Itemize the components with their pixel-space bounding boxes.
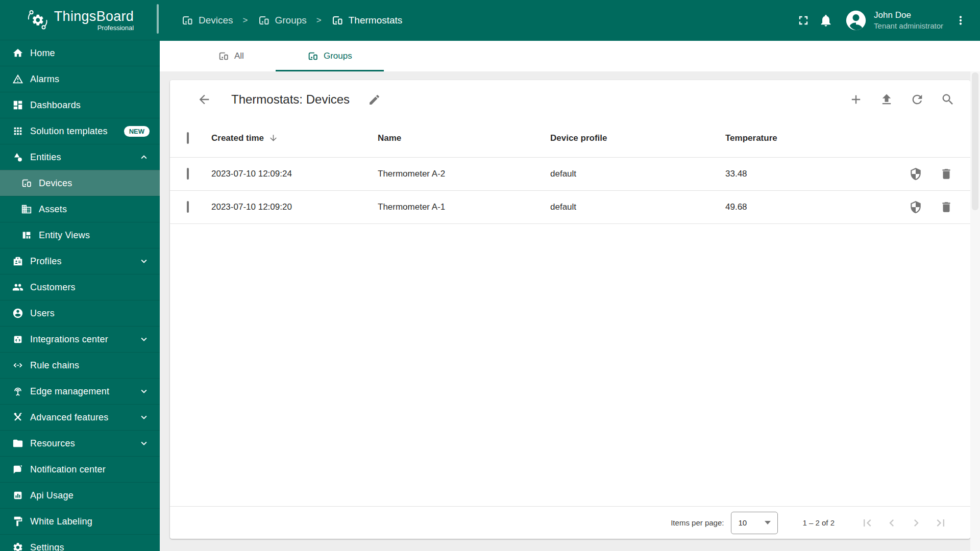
user-avatar[interactable]	[844, 9, 868, 32]
sidebar-item-profiles[interactable]: Profiles	[0, 248, 160, 274]
tab-label: All	[234, 51, 244, 61]
sidebar-item-entity-views[interactable]: Entity Views	[0, 222, 160, 248]
row-checkbox[interactable]	[187, 168, 189, 180]
column-header-temperature[interactable]: Temperature	[725, 133, 899, 143]
sidebar-item-solution-templates[interactable]: Solution templates NEW	[0, 118, 160, 144]
sidebar-item-label: Api Usage	[30, 490, 150, 501]
tab-groups[interactable]: Groups	[276, 41, 384, 71]
breadcrumb-groups[interactable]: Groups	[258, 14, 307, 27]
previous-page-button[interactable]	[879, 511, 904, 535]
breadcrumb-thermostats[interactable]: Thermostats	[331, 14, 403, 27]
devices-icon	[331, 14, 344, 27]
sidebar-item-label: White Labeling	[30, 516, 150, 527]
antenna-icon	[12, 385, 24, 397]
sidebar-item-integrations-center[interactable]: Integrations center	[0, 326, 160, 352]
fullscreen-button[interactable]	[792, 9, 815, 32]
search-button[interactable]	[938, 89, 958, 110]
sidebar-scrollbar[interactable]	[157, 4, 159, 34]
apps-grid-icon	[12, 125, 24, 137]
sidebar-item-label: Notification center	[30, 464, 150, 475]
back-button[interactable]	[194, 89, 214, 110]
app-name: ThingsBoard	[54, 9, 134, 24]
arrow-back-icon	[197, 92, 211, 107]
sidebar-item-devices[interactable]: Devices	[0, 170, 160, 196]
account-circle-icon	[12, 307, 24, 319]
sidebar-item-advanced-features[interactable]: Advanced features	[0, 404, 160, 430]
tab-label: Groups	[324, 51, 352, 61]
trash-icon	[940, 201, 953, 214]
sidebar-item-notification-center[interactable]: Notification center	[0, 456, 160, 482]
sidebar-item-resources[interactable]: Resources	[0, 430, 160, 456]
notifications-button[interactable]	[815, 9, 837, 32]
shield-icon	[909, 201, 922, 214]
sidebar-item-entities[interactable]: Entities	[0, 144, 160, 170]
sidebar-item-settings[interactable]: Settings	[0, 534, 160, 551]
sidebar-item-label: Dashboards	[30, 100, 150, 111]
delete-button[interactable]	[940, 201, 953, 214]
column-header-created-time[interactable]: Created time	[211, 133, 378, 143]
thingsboard-logo[interactable]: ThingsBoard Professional	[0, 0, 160, 40]
sidebar-item-rule-chains[interactable]: Rule chains	[0, 352, 160, 378]
sidebar-item-dashboards[interactable]: Dashboards	[0, 92, 160, 118]
tab-bar: All Groups	[160, 41, 980, 71]
sidebar-item-home[interactable]: Home	[0, 40, 160, 66]
devices-icon	[258, 14, 270, 27]
sidebar-item-api-usage[interactable]: Api Usage	[0, 482, 160, 508]
security-button[interactable]	[909, 201, 922, 214]
sidebar-item-label: Users	[30, 308, 150, 319]
dropdown-arrow-icon	[765, 521, 771, 524]
cell-created-time: 2023-07-10 12:09:20	[211, 202, 378, 212]
scrollbar-thumb[interactable]	[972, 72, 978, 210]
more-vert-icon	[954, 14, 967, 27]
page-size-select[interactable]: 10	[731, 512, 778, 534]
column-header-device-profile[interactable]: Device profile	[550, 133, 725, 143]
chevron-down-icon	[138, 438, 150, 449]
tab-all[interactable]: All	[186, 41, 276, 71]
cell-temperature: 49.68	[725, 202, 899, 212]
content-area: Thermostats: Devices	[160, 71, 980, 551]
security-button[interactable]	[909, 167, 922, 181]
notification-bubble-icon	[12, 463, 24, 475]
add-device-button[interactable]	[846, 89, 866, 110]
table-row[interactable]: 2023-07-10 12:09:20 Thermometer A-1 defa…	[170, 191, 970, 224]
pencil-icon	[368, 93, 381, 106]
row-checkbox[interactable]	[187, 201, 189, 213]
breadcrumb: Devices > Groups > Thermostats	[181, 14, 792, 27]
edit-title-button[interactable]	[364, 89, 384, 110]
sidebar-item-edge-management[interactable]: Edge management	[0, 378, 160, 404]
avatar-icon	[844, 9, 868, 32]
sidebar-item-customers[interactable]: Customers	[0, 274, 160, 300]
new-badge: NEW	[124, 126, 150, 137]
column-header-name[interactable]: Name	[378, 133, 550, 143]
sidebar-item-label: Edge management	[30, 386, 138, 397]
sidebar-item-label: Devices	[39, 178, 150, 189]
last-page-button[interactable]	[928, 511, 953, 535]
building-icon	[20, 203, 33, 215]
sidebar-item-label: Advanced features	[30, 412, 138, 423]
user-info[interactable]: John Doe Tenant administrator	[874, 10, 943, 31]
sidebar-item-label: Alarms	[30, 74, 150, 85]
sidebar-item-white-labeling[interactable]: White Labeling	[0, 508, 160, 534]
sidebar-item-label: Integrations center	[30, 334, 138, 345]
first-page-button[interactable]	[855, 511, 879, 535]
page-scrollbar[interactable]	[970, 71, 980, 551]
delete-button[interactable]	[940, 167, 953, 181]
sidebar-item-assets[interactable]: Assets	[0, 196, 160, 222]
entities-shapes-icon	[12, 151, 24, 163]
devices-table-card: Thermostats: Devices	[170, 80, 970, 539]
shield-icon	[909, 167, 922, 181]
next-page-button[interactable]	[904, 511, 928, 535]
warning-icon	[12, 73, 24, 85]
refresh-button[interactable]	[907, 89, 927, 110]
upload-icon	[879, 92, 894, 107]
more-menu-button[interactable]	[949, 9, 972, 32]
breadcrumb-devices[interactable]: Devices	[181, 14, 233, 27]
sidebar-item-alarms[interactable]: Alarms	[0, 66, 160, 92]
select-all-checkbox[interactable]	[187, 132, 189, 144]
integration-icon	[12, 333, 24, 345]
rule-chain-icon	[12, 359, 24, 371]
table-row[interactable]: 2023-07-10 12:09:24 Thermometer A-2 defa…	[170, 158, 970, 191]
sidebar-item-users[interactable]: Users	[0, 300, 160, 326]
import-button[interactable]	[876, 89, 897, 110]
items-per-page-label: Items per page:	[671, 518, 724, 527]
